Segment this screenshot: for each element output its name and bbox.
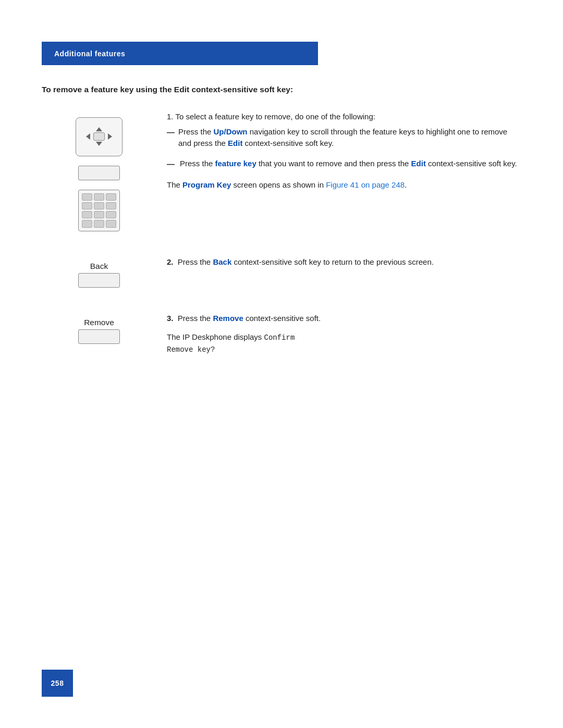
keypad-key: [94, 202, 104, 209]
step-2-number: 2.: [167, 257, 174, 266]
keypad-key: [82, 193, 92, 201]
remove-soft-key-button: [78, 329, 120, 344]
bullet-1: — Press the Up/Down navigation key to sc…: [167, 126, 521, 150]
nav-pad-image: [76, 117, 123, 156]
step-3-number: 3.: [167, 314, 174, 323]
nav-pad-inner: [86, 127, 112, 146]
bullet-1-text: Press the Up/Down navigation key to scro…: [178, 126, 521, 150]
feature-key-highlight: feature key: [215, 159, 256, 168]
keypad-key: [106, 211, 116, 218]
step-1-images: [42, 112, 156, 231]
step-2-image-group: Back: [78, 262, 120, 288]
keypad-key: [94, 193, 104, 201]
content-area: 1. To select a feature key to remove, do…: [42, 112, 521, 381]
header-banner-text: Additional features: [54, 50, 125, 58]
step-1-number: 1. To select a feature key to remove, do…: [167, 112, 521, 121]
page-number-box: 258: [42, 670, 73, 697]
keypad-key: [106, 220, 116, 227]
nav-center-row: [86, 132, 112, 141]
edit-highlight-2: Edit: [411, 159, 426, 168]
keypad-key: [82, 202, 92, 209]
step-3-desc: 3. Press the Remove context-sensitive so…: [167, 313, 521, 325]
step-1-row: 1. To select a feature key to remove, do…: [42, 112, 521, 231]
bullet-2-text: Press the feature key that you want to r…: [180, 158, 517, 170]
step-2-desc: 2. Press the Back context-sensitive soft…: [167, 256, 521, 268]
keypad-key: [106, 202, 116, 209]
back-label: Back: [90, 262, 108, 271]
bullet-1-dash: —: [167, 127, 173, 139]
keypad-key: [94, 211, 104, 218]
step-1-text: 1. To select a feature key to remove, do…: [156, 112, 521, 191]
step-3-row: Remove 3. Press the Remove context-sensi…: [42, 313, 521, 356]
step-2-row: Back 2. Press the Back context-sensitive…: [42, 256, 521, 288]
program-key-highlight: Program Key: [182, 180, 231, 189]
figure-link: Figure 41 on page 248: [326, 180, 405, 189]
keypad-grid-image: [78, 190, 120, 231]
edit-highlight-1: Edit: [228, 139, 242, 147]
step-1-intro: To select a feature key to remove, do on…: [175, 112, 375, 121]
nav-arrow-down-icon: [96, 142, 102, 146]
step-2-images: Back: [42, 256, 156, 288]
nav-arrow-up-icon: [96, 127, 102, 131]
step-3-second-line: The IP Deskphone displays ConfirmRemove …: [167, 331, 521, 355]
step-3-image-group: Remove: [78, 318, 120, 344]
remove-highlight: Remove: [213, 314, 243, 323]
header-banner: Additional features: [42, 42, 318, 65]
bullet-2: — Press the feature key that you want to…: [167, 158, 521, 170]
step-3-images: Remove: [42, 313, 156, 344]
section-heading: To remove a feature key using the Edit c…: [42, 84, 521, 95]
nav-arrow-left-icon: [86, 133, 90, 140]
keypad-key: [94, 220, 104, 227]
step-3-text: 3. Press the Remove context-sensitive so…: [156, 313, 521, 356]
up-down-highlight: Up/Down: [214, 127, 248, 136]
bullet-2-dash: —: [167, 158, 175, 170]
nav-center-button: [93, 132, 105, 141]
page-container: Additional features To remove a feature …: [0, 0, 563, 728]
nav-arrow-right-icon: [108, 133, 112, 140]
back-soft-key-button: [78, 273, 120, 288]
program-key-line: The Program Key screen opens as shown in…: [167, 179, 521, 191]
step-1-bullets: — Press the Up/Down navigation key to sc…: [167, 126, 521, 170]
back-highlight: Back: [213, 257, 231, 266]
keypad-key: [82, 211, 92, 218]
keypad-key: [106, 193, 116, 201]
remove-label: Remove: [84, 318, 114, 327]
soft-key-button-blank: [78, 166, 120, 180]
step-2-text: 2. Press the Back context-sensitive soft…: [156, 256, 521, 268]
keypad-key: [82, 220, 92, 227]
confirm-remove-text: ConfirmRemove key?: [167, 334, 295, 354]
page-number: 258: [51, 679, 64, 687]
